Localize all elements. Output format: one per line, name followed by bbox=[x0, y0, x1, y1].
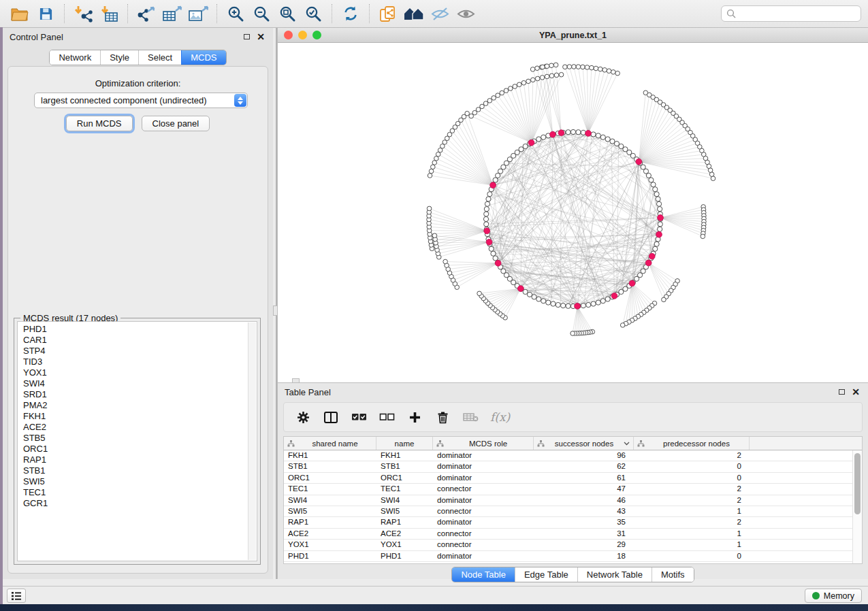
mcds-result-item[interactable]: SWI5 bbox=[23, 476, 257, 487]
mcds-result-item[interactable]: SRD1 bbox=[23, 389, 257, 400]
tab-mcds[interactable]: MCDS bbox=[181, 50, 225, 65]
zoom-in-button[interactable] bbox=[223, 2, 248, 25]
clear-selection-button[interactable] bbox=[376, 406, 397, 428]
column-header-shared-name[interactable]: shared name bbox=[284, 437, 376, 450]
memory-label: Memory bbox=[824, 591, 854, 601]
close-panel-icon[interactable]: ✕ bbox=[852, 389, 860, 395]
table-row[interactable]: YOX1YOX1connector291 bbox=[284, 540, 852, 550]
network-node bbox=[443, 259, 448, 264]
export-table-button[interactable] bbox=[159, 2, 185, 25]
refresh-view-button[interactable] bbox=[338, 2, 364, 25]
network-node bbox=[549, 73, 554, 78]
export-table-icon bbox=[162, 5, 182, 22]
mcds-result-item[interactable]: STB1 bbox=[23, 465, 257, 476]
network-node bbox=[591, 132, 596, 137]
apply-function-button[interactable]: f(x) bbox=[488, 406, 515, 428]
create-column-button[interactable] bbox=[404, 406, 425, 428]
cell-name: SWI4 bbox=[376, 495, 433, 506]
open-session-button[interactable] bbox=[7, 2, 33, 25]
mcds-result-item[interactable]: YOX1 bbox=[23, 367, 257, 378]
delete-columns-button[interactable] bbox=[432, 406, 453, 428]
table-row[interactable]: ORC1ORC1dominator610 bbox=[284, 473, 852, 484]
mcds-result-item[interactable]: RAP1 bbox=[23, 455, 257, 465]
mcds-result-item[interactable]: PHD1 bbox=[23, 324, 257, 335]
toolbar-separator bbox=[332, 4, 332, 23]
status-menu-button[interactable] bbox=[7, 589, 26, 603]
export-image-button[interactable] bbox=[185, 2, 211, 25]
table-row[interactable]: TEC1TEC1connector472 bbox=[284, 484, 852, 495]
mcds-result-item[interactable]: PMA2 bbox=[23, 400, 257, 411]
tab-motifs[interactable]: Motifs bbox=[652, 567, 694, 582]
duplicate-network-button[interactable] bbox=[375, 2, 401, 25]
float-panel-icon[interactable] bbox=[839, 389, 845, 395]
cell-shared-name: RAP1 bbox=[284, 517, 376, 527]
mcds-result-item[interactable]: TEC1 bbox=[23, 487, 257, 498]
show-all-button[interactable] bbox=[453, 2, 479, 25]
search-input[interactable] bbox=[721, 5, 861, 22]
network-node bbox=[553, 63, 558, 67]
mcds-result-item[interactable]: GCR1 bbox=[23, 498, 257, 509]
memory-button[interactable]: Memory bbox=[805, 589, 862, 603]
mcds-result-item[interactable]: STP4 bbox=[23, 346, 257, 357]
select-all-rows-button[interactable] bbox=[349, 406, 369, 428]
mcds-result-item[interactable]: CAR1 bbox=[23, 335, 257, 346]
tab-node-table[interactable]: Node Table bbox=[452, 567, 515, 582]
zoom-out-button[interactable] bbox=[248, 2, 274, 25]
float-panel-icon[interactable] bbox=[244, 34, 250, 39]
gear-icon bbox=[297, 411, 310, 424]
mcds-hub-node bbox=[528, 139, 534, 146]
network-canvas[interactable] bbox=[278, 43, 868, 382]
close-panel-icon[interactable]: ✕ bbox=[257, 33, 265, 40]
network-node bbox=[570, 129, 575, 134]
zoom-in-icon bbox=[227, 5, 244, 22]
import-table-button[interactable] bbox=[96, 2, 122, 25]
tab-network-table[interactable]: Network Table bbox=[577, 567, 652, 582]
mcds-result-item[interactable]: ACE2 bbox=[23, 422, 257, 433]
close-panel-button[interactable]: Close panel bbox=[142, 116, 210, 131]
column-header-successor-nodes[interactable]: successor nodes bbox=[534, 437, 634, 450]
tab-network[interactable]: Network bbox=[50, 50, 100, 65]
table-row[interactable]: PHD1PHD1dominator180 bbox=[284, 551, 852, 562]
import-network-button[interactable] bbox=[70, 2, 96, 25]
delete-table-button[interactable] bbox=[460, 406, 481, 428]
mcds-result-item[interactable]: TID3 bbox=[23, 357, 257, 367]
mcds-result-item[interactable]: SWI4 bbox=[23, 378, 257, 389]
show-columns-button[interactable] bbox=[321, 406, 341, 428]
horizontal-splitter-grip[interactable] bbox=[292, 378, 300, 383]
save-session-button[interactable] bbox=[33, 2, 59, 25]
table-scrollbar[interactable] bbox=[852, 450, 862, 563]
table-row[interactable]: SWI4SWI4dominator462 bbox=[284, 495, 852, 506]
table-row[interactable]: ACE2ACE2connector311 bbox=[284, 529, 852, 540]
column-header-predecessor-nodes[interactable]: predecessor nodes bbox=[634, 437, 750, 450]
mcds-list-scrollbar[interactable] bbox=[248, 323, 256, 560]
zoom-fit-button[interactable] bbox=[274, 2, 300, 25]
zoom-selected-button[interactable] bbox=[300, 2, 326, 25]
table-scrollbar-thumb[interactable] bbox=[854, 453, 861, 514]
network-node bbox=[561, 303, 566, 308]
table-row[interactable]: SWI5SWI5connector431 bbox=[284, 506, 852, 517]
select-stepper-icon bbox=[234, 94, 246, 107]
cell-name: SWI5 bbox=[376, 506, 433, 516]
mcds-result-item[interactable]: ORC1 bbox=[23, 444, 257, 455]
hide-selected-button[interactable] bbox=[427, 2, 453, 25]
tab-style[interactable]: Style bbox=[100, 50, 138, 65]
network-graph[interactable] bbox=[278, 43, 868, 382]
cell-mcds-role: dominator bbox=[433, 551, 534, 561]
mcds-result-item[interactable]: STB5 bbox=[23, 433, 257, 444]
first-neighbors-button[interactable] bbox=[401, 2, 427, 25]
column-header-filler bbox=[750, 437, 862, 450]
run-mcds-button[interactable]: Run MCDS bbox=[66, 116, 133, 131]
mcds-result-item[interactable]: FKH1 bbox=[23, 411, 257, 422]
mcds-hub-node bbox=[550, 131, 556, 137]
tab-edge-table[interactable]: Edge Table bbox=[515, 567, 577, 582]
column-header-name[interactable]: name bbox=[376, 437, 433, 450]
export-network-button[interactable] bbox=[133, 2, 159, 25]
table-options-button[interactable] bbox=[293, 406, 313, 428]
optimization-criterion-select[interactable]: largest connected component (undirected) bbox=[34, 93, 248, 108]
tab-select[interactable]: Select bbox=[138, 50, 181, 65]
mcds-result-list[interactable]: PHD1CAR1STP4TID3YOX1SWI4SRD1PMA2FKH1ACE2… bbox=[17, 321, 257, 561]
table-row[interactable]: FKH1FKH1dominator962 bbox=[284, 450, 852, 461]
column-header-mcds-role[interactable]: MCDS role bbox=[433, 437, 534, 450]
table-row[interactable]: RAP1RAP1dominator352 bbox=[284, 517, 852, 528]
table-row[interactable]: STB1STB1dominator620 bbox=[284, 461, 852, 472]
